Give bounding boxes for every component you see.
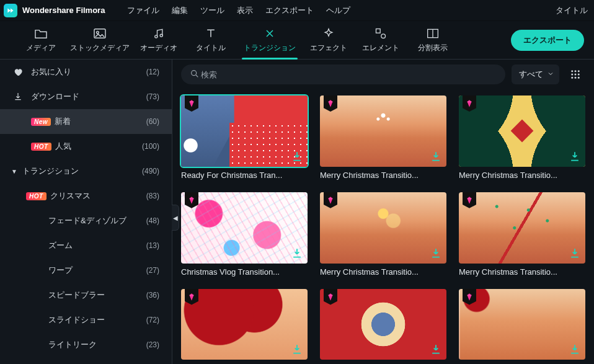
thumb-art: [320, 192, 446, 264]
svg-point-9: [575, 70, 577, 72]
thumb-art: [181, 95, 308, 167]
sidebar-item-lightleak[interactable]: ライトリーク (23): [0, 332, 172, 357]
menu-tools[interactable]: ツール: [194, 5, 231, 16]
transition-card[interactable]: Christmas Vlog Transition...: [181, 192, 308, 277]
sidebar-item-label: 新着: [55, 116, 146, 127]
transition-thumb[interactable]: [459, 289, 585, 360]
transition-thumb[interactable]: [459, 192, 585, 264]
sidebar-item-count: (60): [146, 117, 159, 126]
sidebar-subcategory-christmas[interactable]: HOT クリスマス (83): [0, 184, 172, 208]
app-logo: [4, 4, 17, 17]
transition-card[interactable]: New Year 2023 Transition...: [181, 289, 308, 365]
download-icon[interactable]: [290, 149, 304, 163]
transition-thumb[interactable]: [320, 192, 446, 264]
transition-thumb[interactable]: [459, 95, 585, 167]
sidebar-category-root[interactable]: ▼ トランジション (490): [0, 159, 172, 184]
search-icon: [190, 69, 200, 81]
hot-badge: HOT: [31, 143, 51, 151]
sidebar-item-label: ライトリーク: [48, 339, 146, 350]
sidebar-item-zoom[interactable]: ズーム (13): [0, 233, 172, 258]
sidebar-item-label: トランジション: [22, 166, 142, 177]
music-icon: [153, 27, 165, 40]
sidebar-item-label: ズーム: [48, 240, 146, 251]
download-icon[interactable]: [568, 246, 582, 260]
search-input[interactable]: [200, 69, 497, 80]
sidebar-item-download[interactable]: ダウンロード (73): [0, 84, 172, 109]
sidebar-item-favorites[interactable]: お気に入り (12): [0, 60, 172, 84]
sidebar-item-new[interactable]: New 新着 (60): [0, 109, 172, 134]
sidebar-item-count: (48): [146, 216, 159, 225]
download-icon[interactable]: [568, 149, 582, 163]
folder-icon: [34, 27, 48, 40]
svg-point-10: [578, 70, 580, 72]
transition-card[interactable]: Merry Christmas Transitio...: [459, 95, 585, 180]
sidebar-item-label: ワープ: [48, 265, 146, 276]
sidebar-item-count: (83): [146, 192, 159, 200]
thumb-art: [459, 289, 585, 360]
grid-view-toggle[interactable]: [565, 64, 585, 84]
search-box[interactable]: [181, 64, 505, 84]
thumb-art: [181, 192, 308, 264]
tab-element[interactable]: エレメント: [355, 23, 407, 58]
tab-audio[interactable]: オーディオ: [133, 23, 185, 58]
transition-thumb[interactable]: [320, 289, 446, 360]
export-button[interactable]: エクスポート: [511, 30, 584, 51]
collapse-sidebar-handle[interactable]: ◀: [172, 205, 179, 231]
transition-card[interactable]: Ready For Christmas Tran...: [181, 95, 308, 180]
tab-label: 分割表示: [418, 43, 448, 53]
sidebar-item-label: お気に入り: [31, 66, 146, 78]
transition-title: Christmas Vlog Transition...: [181, 267, 308, 277]
sidebar-item-slideshow[interactable]: スライドショー (72): [0, 308, 172, 332]
thumb-art: [459, 192, 585, 264]
sidebar-item-fade[interactable]: フェード&ディゾルブ (48): [0, 208, 172, 233]
transition-thumb[interactable]: [181, 192, 308, 264]
sidebar-item-label: ダウンロード: [31, 91, 146, 102]
tab-stock-media[interactable]: ストックメディア: [67, 23, 133, 58]
transition-card[interactable]: New Year 2023 Transition...: [320, 289, 446, 365]
sidebar-item-count: (73): [146, 92, 159, 101]
tab-title[interactable]: タイトル: [185, 23, 237, 58]
sidebar-item-speedblur[interactable]: スピードブラー (36): [0, 283, 172, 308]
transition-thumb[interactable]: [320, 95, 446, 167]
main: お気に入り (12) ダウンロード (73) New 新着 (60) HOT 人…: [0, 60, 594, 364]
download-icon[interactable]: [429, 246, 443, 260]
tool-tabs: メディア ストックメディア オーディオ タイトル トランジション エフェクト: [0, 21, 594, 60]
menu-export[interactable]: エクスポート: [259, 5, 320, 16]
download-icon[interactable]: [429, 342, 443, 356]
svg-point-8: [571, 70, 573, 72]
menu-edit[interactable]: 編集: [166, 5, 194, 16]
sidebar-item-warp[interactable]: ワープ (27): [0, 258, 172, 283]
sidebar-item-label: フェード&ディゾルブ: [48, 215, 146, 226]
sidebar-item-count: (13): [146, 241, 159, 250]
menu-help[interactable]: ヘルプ: [320, 5, 357, 16]
download-icon[interactable]: [290, 246, 304, 260]
svg-point-15: [575, 77, 577, 79]
transition-card[interactable]: Merry Christmas Transitio...: [459, 192, 585, 277]
sidebar-item-hot[interactable]: HOT 人気 (100): [0, 134, 172, 159]
svg-point-3: [160, 34, 162, 37]
transition-thumb[interactable]: [181, 289, 308, 360]
sidebar-item-count: (490): [142, 167, 159, 175]
svg-point-13: [578, 74, 580, 76]
tab-effect[interactable]: エフェクト: [303, 23, 355, 58]
download-icon[interactable]: [568, 342, 582, 356]
menubar: Wondershare Filmora ファイル 編集 ツール 表示 エクスポー…: [0, 0, 594, 21]
svg-point-16: [578, 77, 580, 79]
tab-media[interactable]: メディア: [15, 23, 67, 58]
content: ◀ すべて Ready: [172, 60, 594, 364]
download-icon[interactable]: [290, 342, 304, 356]
filter-label: すべて: [519, 69, 543, 80]
download-icon[interactable]: [429, 149, 443, 163]
menu-file[interactable]: ファイル: [121, 5, 166, 16]
chevron-down-icon: [547, 70, 554, 79]
tab-split-view[interactable]: 分割表示: [407, 23, 459, 58]
menu-view[interactable]: 表示: [231, 5, 259, 16]
transition-card[interactable]: Merry Christmas Transitio...: [320, 95, 446, 180]
thumb-art: [320, 95, 446, 167]
transition-card[interactable]: Merry Christmas Transitio...: [320, 192, 446, 277]
tab-transition[interactable]: トランジション: [237, 23, 303, 58]
transition-card[interactable]: Christmas Vlog Transition...: [459, 289, 585, 365]
menubar-right-label: タイトル: [556, 5, 590, 16]
filter-dropdown[interactable]: すべて: [512, 64, 559, 84]
transition-thumb[interactable]: [181, 95, 308, 167]
